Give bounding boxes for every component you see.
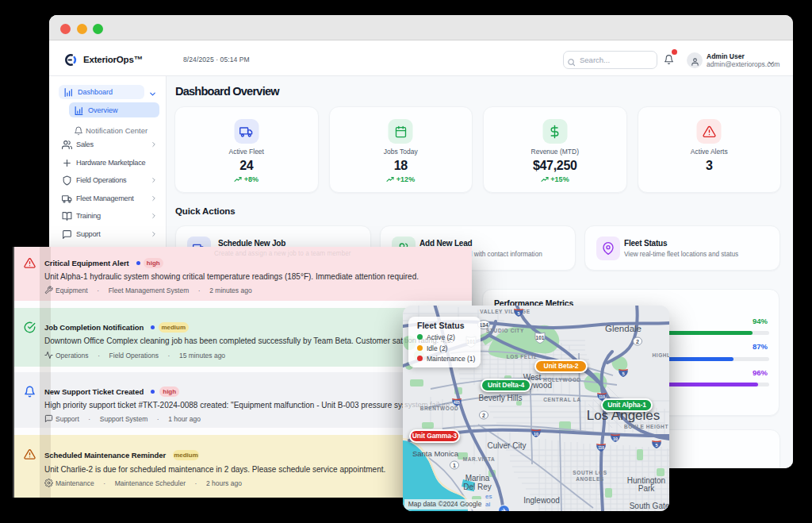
svg-text:Del Rey: Del Rey [463,483,492,491]
svg-text:Santa Monica: Santa Monica [412,449,459,458]
svg-text:Glendale: Glendale [605,324,642,333]
svg-text:SOUTH LOS: SOUTH LOS [573,470,607,475]
svg-text:South Gate: South Gate [630,502,669,510]
svg-text:110: 110 [598,446,604,450]
svg-text:10: 10 [613,436,618,441]
svg-text:Park: Park [638,484,656,493]
svg-text:405: 405 [454,401,460,405]
svg-text:Beverly Hills: Beverly Hills [478,394,522,402]
svg-text:Marina: Marina [465,474,490,483]
svg-text:CENTRAL LA: CENTRAL LA [543,397,580,402]
svg-text:LOS FELIZ: LOS FELIZ [507,354,538,360]
svg-text:Culver City: Culver City [488,441,527,450]
svg-text:2: 2 [482,413,485,418]
svg-text:BOYLE HEIGHT: BOYLE HEIGHT [624,424,668,429]
svg-text:MAR.VISTA: MAR.VISTA [463,456,496,462]
svg-text:101: 101 [536,335,545,340]
svg-text:STUDIO CITY: STUDIO CITY [486,328,524,333]
svg-text:ANGELES: ANGELES [576,476,604,482]
svg-text:10: 10 [534,432,538,436]
svg-text:1: 1 [453,463,456,468]
svg-text:2: 2 [636,339,639,344]
svg-text:Inglewood: Inglewood [523,496,560,505]
svg-text:HIGHLAND: HIGHLAND [652,352,669,358]
